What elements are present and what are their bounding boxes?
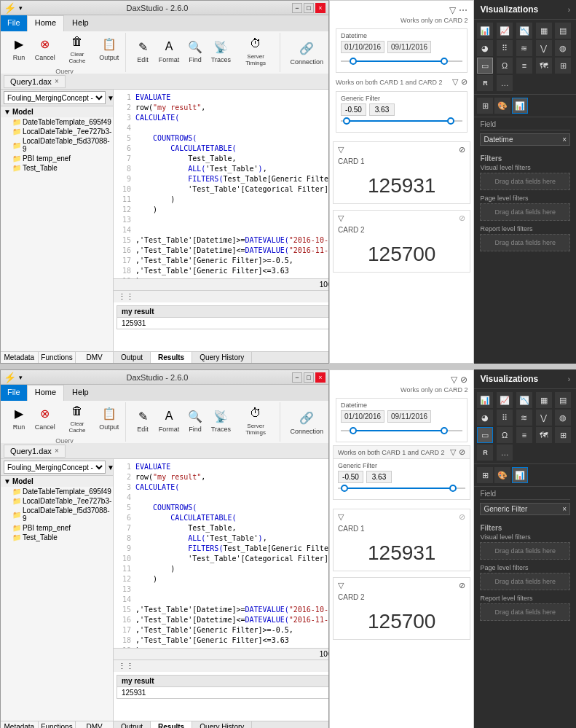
- viz-icon-table-bottom[interactable]: ▤: [555, 392, 571, 408]
- viz-icon-funnel-bottom[interactable]: ⋁: [536, 410, 552, 426]
- tree-item-2-bottom[interactable]: 📁 LocalDateTable_f5d37088-9: [1, 506, 113, 523]
- traces-btn-bottom[interactable]: 📡 Traces: [209, 405, 233, 435]
- viz-icon-slicer-top[interactable]: ≡: [516, 58, 532, 74]
- viz-icon-scatter-bottom[interactable]: ⠿: [497, 410, 513, 426]
- connection-btn-bottom[interactable]: 🔗 Connection: [286, 407, 327, 437]
- run-btn-top[interactable]: ▶ Run: [8, 34, 30, 63]
- viz-icon-line-top[interactable]: 📈: [497, 23, 513, 39]
- viz-icon-waterfall-bottom[interactable]: ≋: [516, 410, 532, 426]
- viz-icon-kpi-bottom[interactable]: Ω: [497, 427, 513, 443]
- viz-icon-card-top[interactable]: ▭: [477, 58, 493, 74]
- clear-cache-btn-top[interactable]: 🗑 Clear Cache: [60, 31, 94, 66]
- functions-tab-bottom[interactable]: Functions: [39, 721, 76, 728]
- generic-slider-bottom[interactable]: [338, 483, 465, 493]
- range-max-bottom[interactable]: 3.63: [366, 471, 392, 483]
- field-dropdown-bottom[interactable]: Generic Filter ×: [480, 503, 570, 515]
- query-tab-close-top[interactable]: ×: [55, 77, 59, 85]
- output-tab-top[interactable]: Output: [114, 352, 151, 363]
- tab-home-bottom[interactable]: Home: [27, 385, 64, 401]
- slider-handle-left-datetime-bottom[interactable]: [350, 427, 357, 434]
- viz-icon-area-bottom[interactable]: 📉: [516, 392, 532, 408]
- server-timings-btn-top[interactable]: ⏱ Server Timings: [236, 33, 276, 69]
- query-history-tab-top[interactable]: Query History: [192, 352, 252, 363]
- viz-format-icon-top[interactable]: 🎨: [494, 98, 510, 114]
- viz-icon-map-top[interactable]: 🗺: [536, 58, 552, 74]
- viz-icon-card-bottom[interactable]: ▭: [477, 427, 493, 443]
- slider-handle-right-generic-top[interactable]: [447, 117, 454, 125]
- cancel-btn-bottom[interactable]: ⊗ Cancel: [33, 403, 57, 433]
- tree-item-4-top[interactable]: 📁 Test_Table: [1, 163, 113, 173]
- code-editor-top[interactable]: 1EVALUATE 2row("my result", 3CALCULATE( …: [114, 90, 328, 279]
- range-min-top[interactable]: -0.50: [341, 103, 366, 116]
- generic-slider-top[interactable]: [341, 116, 462, 126]
- output-btn-top[interactable]: 📋 Output: [97, 34, 121, 63]
- viz-icon-more-bottom[interactable]: …: [497, 445, 513, 461]
- maximize-btn-bottom[interactable]: □: [304, 372, 314, 383]
- format-btn-bottom[interactable]: A Format: [157, 405, 181, 435]
- slider-handle-right-datetime-top[interactable]: [441, 58, 448, 65]
- close-btn-top[interactable]: ×: [315, 3, 326, 13]
- model-expand-top[interactable]: ▼: [4, 108, 11, 116]
- dmv-tab-bottom[interactable]: DMV: [76, 721, 113, 728]
- edit-btn-bottom[interactable]: ✎ Edit: [132, 405, 154, 435]
- query-history-tab-bottom[interactable]: Query History: [192, 721, 252, 728]
- field-dropdown-x-bottom[interactable]: ×: [562, 505, 567, 513]
- viz-icon-col-bottom[interactable]: ▦: [536, 392, 552, 408]
- date-to-top[interactable]: 09/11/2016: [387, 41, 431, 53]
- viz-analytics-icon-bottom[interactable]: 📊: [512, 467, 528, 483]
- viz-icon-map-bottom[interactable]: 🗺: [536, 427, 552, 443]
- tab-home-top[interactable]: Home: [27, 15, 64, 31]
- viz-icon-line-bottom[interactable]: 📈: [497, 392, 513, 408]
- cancel-btn-top[interactable]: ⊗ Cancel: [33, 34, 57, 63]
- tab-file-top[interactable]: File: [1, 15, 27, 31]
- tab-file-bottom[interactable]: File: [1, 385, 27, 401]
- viz-icon-bar-bottom[interactable]: 📊: [477, 392, 493, 408]
- maximize-btn-top[interactable]: □: [304, 3, 314, 13]
- date-to-bottom[interactable]: 09/11/2016: [387, 410, 431, 423]
- dmv-tab-top[interactable]: DMV: [76, 352, 113, 363]
- connection-dropdown-top[interactable]: Fouling_MergingConcept -: [4, 91, 106, 104]
- clear-cache-btn-bottom[interactable]: 🗑 Clear Cache: [60, 400, 94, 436]
- results-tab-active-bottom[interactable]: Results: [151, 721, 192, 728]
- metadata-tab-bottom[interactable]: Metadata: [1, 721, 39, 728]
- query-tab-close-bottom[interactable]: ×: [55, 447, 59, 455]
- slider-handle-right-generic-bottom[interactable]: [449, 485, 457, 492]
- viz-icon-waterfall-top[interactable]: ≋: [516, 40, 532, 56]
- tree-item-0-bottom[interactable]: 📁 DateTableTemplate_695f49: [1, 487, 113, 496]
- tab-help-bottom[interactable]: Help: [64, 385, 97, 401]
- code-editor-bottom[interactable]: 1EVALUATE 2row("my result", 3CALCULATE( …: [114, 459, 328, 649]
- tree-item-4-bottom[interactable]: 📁 Test_Table: [1, 533, 113, 542]
- datetime-slider-bottom[interactable]: [341, 426, 462, 436]
- traces-btn-top[interactable]: 📡 Traces: [209, 36, 233, 66]
- find-btn-bottom[interactable]: 🔍 Find: [184, 405, 206, 435]
- slider-handle-right-datetime-bottom[interactable]: [441, 427, 448, 434]
- viz-icon-r-bottom[interactable]: R: [477, 445, 493, 461]
- range-max-top[interactable]: 3.63: [369, 103, 395, 116]
- find-btn-top[interactable]: 🔍 Find: [184, 36, 206, 66]
- query-tab-bottom[interactable]: Query1.dax ×: [4, 445, 66, 458]
- viz-icon-col-top[interactable]: ▦: [536, 23, 552, 39]
- viz-analytics-icon-top[interactable]: 📊: [512, 98, 528, 114]
- viz-icon-pie-bottom[interactable]: ◕: [477, 410, 493, 426]
- model-expand-bottom[interactable]: ▼: [4, 477, 11, 485]
- viz-icon-area-top[interactable]: 📉: [516, 23, 532, 39]
- slider-handle-left-generic-bottom[interactable]: [341, 485, 348, 492]
- close-btn-bottom[interactable]: ×: [315, 372, 326, 383]
- viz-icon-treemap-bottom[interactable]: ⊞: [555, 427, 571, 443]
- viz-icon-funnel-top[interactable]: ⋁: [536, 40, 552, 56]
- viz-icon-slicer-bottom[interactable]: ≡: [516, 427, 532, 443]
- tree-item-2-top[interactable]: 📁 LocalDateTable_f5d37088-9: [1, 136, 113, 154]
- viz-fields-icon-top[interactable]: ⊞: [477, 98, 493, 114]
- viz-icon-bar-top[interactable]: 📊: [477, 23, 493, 39]
- viz-icon-scatter-top[interactable]: ⠿: [497, 40, 513, 56]
- viz-chevron-top[interactable]: ›: [568, 6, 570, 14]
- tab-help-top[interactable]: Help: [64, 15, 97, 31]
- minimize-btn-bottom[interactable]: −: [292, 372, 302, 383]
- tree-item-3-bottom[interactable]: 📁 PBI temp_enef: [1, 523, 113, 533]
- field-dropdown-x-top[interactable]: ×: [562, 136, 567, 144]
- metadata-tab-top[interactable]: Metadata: [1, 352, 39, 363]
- output-tab-bottom[interactable]: Output: [114, 721, 151, 728]
- functions-tab-top[interactable]: Functions: [39, 352, 76, 363]
- range-min-bottom[interactable]: -0.50: [338, 471, 363, 483]
- edit-btn-top[interactable]: ✎ Edit: [132, 36, 154, 66]
